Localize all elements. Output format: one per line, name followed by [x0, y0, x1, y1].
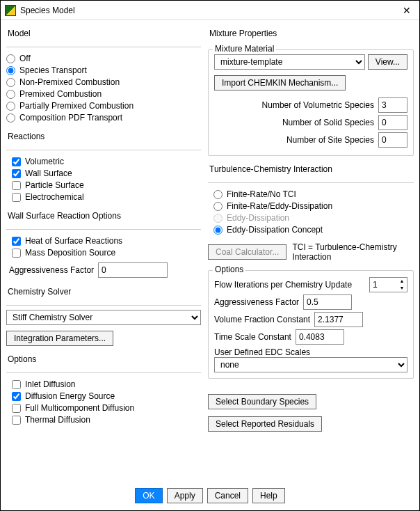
model-radio-4[interactable]: Partially Premixed Combustion [6, 101, 201, 111]
volfrac-input[interactable] [314, 312, 363, 327]
tci-radio-3[interactable]: Eddy-Dissipation Concept [213, 225, 414, 235]
ok-button[interactable]: OK [135, 488, 162, 503]
volfrac-label: Volume Fraction Constant [214, 315, 310, 324]
useredc-label: User Defined EDC Scales [214, 347, 407, 357]
reactions-check-1[interactable]: Wall Surface [12, 168, 201, 178]
apply-button[interactable]: Apply [167, 488, 203, 503]
edc-options-heading: Options [213, 265, 245, 274]
tci-note: TCI = Turbulence-Chemistry Interaction [289, 242, 414, 262]
timescale-label: Time Scale Constant [214, 332, 291, 342]
tci-radio-1[interactable]: Finite-Rate/Eddy-Dissipation [213, 201, 414, 211]
reactions-check-3[interactable]: Electrochemical [12, 192, 201, 202]
import-chemkin-button[interactable]: Import CHEMKIN Mechanism... [214, 75, 346, 91]
select-boundary-button[interactable]: Select Boundary Species [208, 394, 316, 409]
model-radio-1[interactable]: Species Transport [6, 65, 201, 75]
solid-species-label: Number of Solid Species [282, 118, 374, 127]
help-button[interactable]: Help [252, 488, 285, 503]
tci-radio-0[interactable]: Finite-Rate/No TCI [213, 189, 414, 199]
window-title: Species Model [20, 6, 398, 15]
site-species-input[interactable] [378, 132, 407, 148]
edc-agg-input[interactable] [303, 294, 352, 310]
wallsurf-check-0[interactable]: Heat of Surface Reactions [12, 236, 201, 246]
mixture-material-select[interactable]: mixture-template [214, 54, 365, 70]
reactions-check-2[interactable]: Particle Surface [12, 180, 201, 190]
view-button[interactable]: View... [368, 54, 407, 70]
flow-iter-spinner[interactable]: ▲▼ [397, 277, 407, 292]
wall-agg-input[interactable] [98, 262, 168, 278]
close-icon[interactable]: ✕ [398, 5, 415, 16]
flow-iter-label: Flow Iterations per Chemistry Update [214, 280, 369, 290]
mixture-heading: Mixture Properties [209, 29, 414, 38]
leftopt-check-3[interactable]: Thermal Diffusion [12, 415, 201, 425]
useredc-select[interactable]: none [214, 357, 407, 372]
model-heading: Model [8, 29, 201, 38]
wall-agg-label: Aggressiveness Factor [9, 265, 94, 275]
chevron-down-icon[interactable]: ▼ [397, 285, 407, 292]
reactions-heading: Reactions [8, 132, 201, 141]
leftopt-check-2[interactable]: Full Multicomponent Diffusion [12, 403, 201, 413]
chevron-up-icon[interactable]: ▲ [397, 278, 407, 285]
edc-agg-label: Aggressiveness Factor [214, 297, 299, 307]
integration-params-button[interactable]: Integration Parameters... [6, 331, 113, 346]
leftopt-check-0[interactable]: Inlet Diffusion [12, 379, 201, 389]
reactions-check-0[interactable]: Volumetric [12, 157, 201, 166]
chemsolver-heading: Chemistry Solver [8, 287, 201, 297]
model-radio-0[interactable]: Off [6, 54, 201, 63]
wallsurf-heading: Wall Surface Reaction Options [8, 211, 201, 221]
wallsurf-check-1[interactable]: Mass Deposition Source [12, 248, 201, 258]
app-icon [5, 5, 16, 16]
mixmat-label: Mixture Material [213, 44, 276, 54]
chemsolver-select[interactable]: Stiff Chemistry Solver [6, 310, 201, 325]
leftopt-check-1[interactable]: Diffusion Energy Source [12, 391, 201, 401]
flow-iter-input[interactable] [369, 277, 397, 292]
coal-calc-button[interactable]: Coal Calculator... [208, 244, 286, 260]
solid-species-input[interactable] [378, 115, 407, 130]
model-radio-5[interactable]: Composition PDF Transport [6, 113, 201, 123]
vol-species-label: Number of Volumetric Species [262, 100, 374, 110]
vol-species-input[interactable] [378, 97, 407, 113]
cancel-button[interactable]: Cancel [207, 488, 248, 503]
tci-radio-2: Eddy-Dissipation [213, 213, 414, 223]
timescale-input[interactable] [296, 329, 344, 345]
model-radio-3[interactable]: Premixed Combustion [6, 89, 201, 99]
leftoptions-heading: Options [8, 354, 201, 364]
site-species-label: Number of Site Species [286, 135, 374, 145]
tci-heading: Turbulence-Chemistry Interaction [209, 164, 414, 174]
model-radio-2[interactable]: Non-Premixed Combustion [6, 77, 201, 87]
titlebar: Species Model ✕ [1, 1, 419, 20]
dialog-footer: OK Apply Cancel Help [1, 488, 419, 503]
select-residuals-button[interactable]: Select Reported Residuals [208, 416, 322, 432]
